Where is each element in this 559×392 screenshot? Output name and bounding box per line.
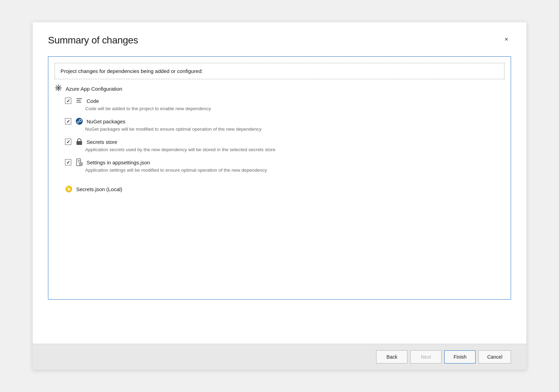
cancel-button[interactable]: Cancel	[478, 350, 511, 364]
trophy-icon: ★	[65, 185, 73, 193]
nuget-check-item: NuGet packages NuGet packages will be mo…	[65, 117, 504, 132]
project-changes-header: Project changes for dependencies being a…	[55, 63, 504, 79]
code-check-item: Code Code will be added to the project t…	[65, 97, 504, 111]
summary-dialog: Summary of changes × Project changes for…	[33, 22, 526, 370]
code-item-label: Code	[75, 97, 211, 105]
secrets-store-item-content: Secrets store Application secrets used b…	[75, 138, 275, 152]
azure-section-label: Azure App Configuration	[66, 86, 122, 92]
secrets-json-item: ★ Secrets.json (Local)	[48, 182, 511, 200]
settings-file-icon	[75, 158, 83, 166]
next-button[interactable]: Next	[410, 350, 441, 364]
secrets-store-item-label: Secrets store	[75, 138, 275, 146]
finish-button[interactable]: Finish	[444, 350, 476, 364]
dialog-title: Summary of changes	[48, 35, 138, 46]
svg-point-9	[77, 122, 79, 123]
nuget-item-desc: NuGet packages will be modified to ensur…	[85, 126, 261, 132]
code-item-desc: Code will be added to the project to ena…	[85, 106, 211, 111]
svg-rect-3	[76, 100, 81, 101]
settings-checkbox-container	[65, 159, 71, 165]
dialog-header: Summary of changes ×	[33, 22, 526, 53]
settings-checkbox[interactable]	[65, 159, 71, 165]
svg-rect-4	[76, 102, 81, 103]
azure-config-icon	[55, 84, 62, 93]
svg-point-7	[80, 120, 81, 122]
svg-point-13	[81, 164, 82, 165]
checklist: Code Code will be added to the project t…	[65, 97, 504, 182]
svg-point-16	[67, 187, 68, 189]
secrets-store-item-desc: Application secrets used by the new depe…	[85, 147, 275, 152]
secrets-store-checkbox[interactable]	[65, 139, 71, 145]
secrets-json-label: Secrets.json (Local)	[76, 186, 122, 192]
secrets-store-check-item: Secrets store Application secrets used b…	[65, 138, 504, 152]
dialog-content: Project changes for dependencies being a…	[33, 53, 526, 344]
code-icon	[75, 97, 83, 105]
code-checkbox-container	[65, 98, 71, 104]
secrets-store-checkbox-container	[65, 139, 71, 145]
settings-check-item: Settings in appsettings.json Application…	[65, 158, 504, 173]
svg-rect-10	[76, 141, 82, 145]
nuget-checkbox[interactable]	[65, 118, 71, 124]
settings-item-desc: Application settings will be modified to…	[85, 168, 267, 173]
nuget-item-label: NuGet packages	[75, 117, 261, 125]
back-button[interactable]: Back	[376, 350, 407, 364]
outer-box: Project changes for dependencies being a…	[48, 56, 511, 300]
svg-point-0	[57, 87, 59, 89]
dialog-footer: Back Next Finish Cancel	[33, 344, 526, 370]
azure-section: Azure App Configuration	[48, 79, 511, 182]
svg-rect-2	[76, 98, 82, 99]
nuget-icon	[75, 117, 83, 125]
nuget-checkbox-container	[65, 118, 71, 124]
lock-icon	[75, 138, 83, 146]
settings-item-content: Settings in appsettings.json Application…	[75, 158, 267, 173]
close-button[interactable]: ×	[502, 35, 511, 44]
settings-item-label: Settings in appsettings.json	[75, 158, 267, 166]
code-checkbox[interactable]	[65, 98, 71, 104]
nuget-item-content: NuGet packages NuGet packages will be mo…	[75, 117, 261, 132]
code-item-content: Code Code will be added to the project t…	[75, 97, 211, 111]
azure-section-title: Azure App Configuration	[55, 84, 504, 93]
